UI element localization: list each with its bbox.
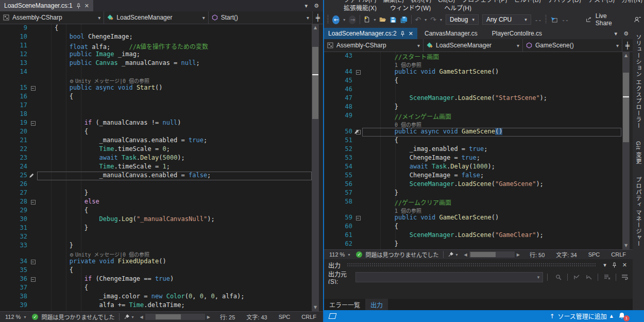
- line-indicator[interactable]: 行: 50: [526, 250, 548, 259]
- pin-icon[interactable]: [76, 3, 81, 9]
- code-line[interactable]: 18: [0, 110, 312, 119]
- code-line[interactable]: 56 SceneManager.LoadScene("GameScene");: [324, 180, 621, 189]
- scroll-down-arrow[interactable]: ▼: [622, 242, 630, 249]
- auto-hide-pin-icon[interactable]: [612, 262, 617, 268]
- right-code-editor[interactable]: 43 //スタート画面1 個の参照44− public void GameSta…: [324, 52, 633, 249]
- toolbar-overflow-icon[interactable]: ⌄⌄: [562, 18, 568, 22]
- fold-marker[interactable]: −: [31, 260, 36, 264]
- code-line[interactable]: 15− public async void Start(): [0, 84, 312, 93]
- code-line[interactable]: 53 ChengeImage = true;: [324, 154, 621, 163]
- code-line[interactable]: 35 {: [0, 266, 312, 275]
- solution-configuration-dropdown[interactable]: Debug ▾: [446, 14, 479, 25]
- code-line[interactable]: 47 SceneManager.LoadScene("StartScene");: [324, 94, 621, 103]
- save-all-button[interactable]: [400, 15, 408, 24]
- scroll-right-arrow[interactable]: ▶: [515, 252, 522, 257]
- fold-marker[interactable]: −: [31, 121, 36, 126]
- background-tasks-icon[interactable]: [329, 313, 337, 319]
- code-line[interactable]: 11 float alfa; //A値を操作するための変数: [0, 42, 312, 50]
- code-line[interactable]: 25 _manualCanvas.enabled = false;: [0, 172, 312, 180]
- close-icon[interactable]: ✕: [84, 3, 89, 9]
- back-dropdown-icon[interactable]: ▾: [343, 18, 345, 22]
- open-folder-button[interactable]: [379, 16, 386, 23]
- code-line[interactable]: 59− public void GameClearScene(): [324, 214, 621, 223]
- code-line[interactable]: 48 }: [324, 103, 621, 112]
- member-dropdown[interactable]: GameScene() ▾: [523, 39, 622, 52]
- code-line[interactable]: 17: [0, 101, 312, 110]
- next-message-icon[interactable]: [585, 274, 592, 281]
- zoom-select[interactable]: 112 % ▾: [327, 251, 352, 258]
- close-icon[interactable]: ✕: [409, 30, 413, 37]
- find-message-icon[interactable]: [555, 274, 562, 281]
- options-gear-icon[interactable]: ⚙: [314, 3, 319, 9]
- tab-playercontollre[interactable]: PlayerContollre.cs: [485, 28, 549, 39]
- tab-canvasmanager[interactable]: CanvasManager.cs: [417, 28, 485, 39]
- codelens-row[interactable]: 0 個の参照: [324, 121, 621, 128]
- horizontal-scrollbar[interactable]: ◀ ▶: [462, 250, 522, 259]
- code-line[interactable]: 33 }: [0, 242, 312, 250]
- code-line[interactable]: 27 }: [0, 189, 312, 198]
- live-share-button[interactable]: Live Share: [586, 12, 619, 27]
- code-line[interactable]: 12 public Image _imag;: [0, 50, 312, 59]
- fold-marker[interactable]: −: [31, 277, 36, 282]
- scroll-left-arrow[interactable]: ◀: [138, 315, 145, 319]
- code-line[interactable]: 55 ChengeImage = false;: [324, 172, 621, 180]
- fold-marker[interactable]: −: [356, 216, 361, 221]
- word-wrap-icon[interactable]: [621, 274, 629, 281]
- scroll-up-arrow[interactable]: ▲: [622, 52, 630, 59]
- code-area[interactable]: 9 {10 bool ChengeImage;11 float alfa; //…: [0, 24, 312, 310]
- code-line[interactable]: 61 SceneManager.LoadScene("GameClear");: [324, 231, 621, 240]
- code-line[interactable]: 44− public void GameStartScene(): [324, 68, 621, 77]
- codelens-row[interactable]: ⚙Unity メッセージ|0 個の参照: [0, 250, 312, 258]
- zoom-select[interactable]: 112 % ▾: [3, 314, 28, 320]
- insert-mode-indicator[interactable]: SPC: [275, 314, 294, 320]
- codelens-row[interactable]: 1 個の参照: [324, 207, 621, 214]
- code-line[interactable]: 10 bool ChengeImage;: [0, 33, 312, 42]
- panel-drag-texture[interactable]: [347, 263, 596, 267]
- side-tab-git-changes[interactable]: Git 変更: [634, 137, 642, 168]
- new-file-button[interactable]: [364, 15, 370, 24]
- code-cleanup-button[interactable]: ▾: [124, 314, 134, 320]
- toolbar-overflow-icon[interactable]: ⌄⌄: [535, 18, 541, 22]
- side-tab-solution-explorer[interactable]: ソリューション エクスプローラー: [634, 30, 642, 133]
- clear-all-icon[interactable]: [603, 274, 611, 281]
- code-line[interactable]: 24 Time.timeScale = 1;: [0, 163, 312, 172]
- class-dropdown[interactable]: LoadSceneManager ▾: [423, 39, 523, 52]
- undo-button[interactable]: ↶: [415, 15, 421, 24]
- navigate-back-button[interactable]: ←: [332, 15, 340, 24]
- output-panel-content[interactable]: [324, 284, 633, 299]
- project-dropdown[interactable]: Assembly-CSharp ▾: [0, 11, 104, 24]
- code-line[interactable]: 37 {: [0, 284, 312, 293]
- scroll-thumb[interactable]: [470, 252, 496, 257]
- codelens-row[interactable]: ⚙Unity メッセージ|0 個の参照: [0, 77, 312, 84]
- code-line[interactable]: 20 {: [0, 128, 312, 137]
- code-line[interactable]: 36− if (ChengeImage == true): [0, 275, 312, 284]
- codelens-row[interactable]: 1 個の参照: [324, 61, 621, 68]
- code-line[interactable]: 39 alfa += Time.deltaTime;: [0, 301, 312, 310]
- code-line[interactable]: 14: [0, 68, 312, 77]
- class-dropdown[interactable]: LoadSceneManager ▾: [104, 11, 208, 24]
- feedback-person-icon[interactable]: [634, 16, 641, 23]
- close-icon[interactable]: ✕: [621, 262, 629, 268]
- code-line[interactable]: 30 Debug.Log("_manualCanvasNull");: [0, 215, 312, 224]
- code-line[interactable]: 50− public async void GameScene(): [324, 128, 621, 137]
- vertical-scrollbar[interactable]: ▲ ▼: [312, 24, 319, 311]
- scroll-down-arrow[interactable]: ▼: [312, 304, 319, 311]
- code-line[interactable]: 46: [324, 86, 621, 94]
- code-line[interactable]: 22 Time.timeScale = 0;: [0, 145, 312, 154]
- fold-marker[interactable]: −: [31, 200, 36, 205]
- code-line[interactable]: 26: [0, 180, 312, 189]
- save-button[interactable]: [390, 16, 396, 24]
- scroll-right-arrow[interactable]: ▶: [205, 315, 212, 319]
- code-line[interactable]: 29 {: [0, 207, 312, 215]
- horizontal-scrollbar[interactable]: ◀ ▶: [138, 312, 212, 322]
- code-line[interactable]: 23 await Task.Delay(5000);: [0, 154, 312, 163]
- code-line[interactable]: 38 _imag.color = new Color(0, 0, 0, alfa…: [0, 293, 312, 301]
- scroll-up-arrow[interactable]: ▲: [312, 24, 319, 31]
- code-line[interactable]: 43 //スタート画面: [324, 52, 621, 61]
- scroll-thumb[interactable]: [623, 73, 629, 142]
- code-line[interactable]: 19− if (_manualCanvas != null): [0, 119, 312, 128]
- left-code-editor[interactable]: 9 {10 bool ChengeImage;11 float alfa; //…: [0, 24, 323, 311]
- tab-overflow-icon[interactable]: ▾: [305, 3, 308, 9]
- code-line[interactable]: 32: [0, 233, 312, 242]
- code-line[interactable]: 60 {: [324, 223, 621, 231]
